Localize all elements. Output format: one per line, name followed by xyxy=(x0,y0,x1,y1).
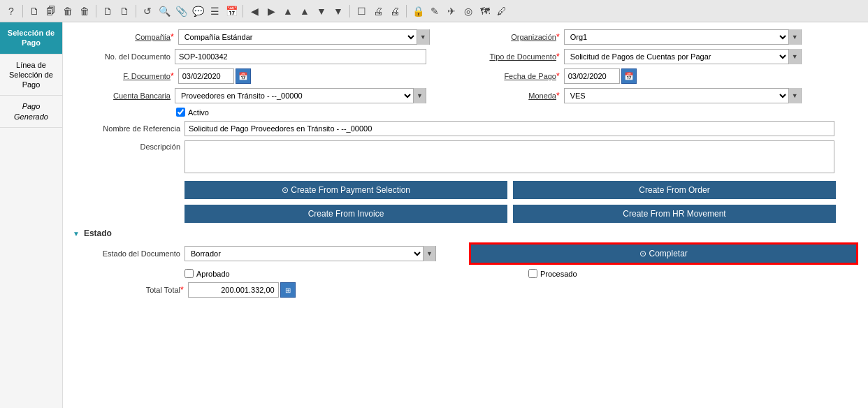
fecha-pago-row: Fecha de Pago * 📅 xyxy=(465,68,858,84)
organizacion-field: Org1 ▼ xyxy=(564,29,858,45)
moneda-row: Moneda * VES ▼ xyxy=(465,88,858,103)
aprobado-checkbox[interactable] xyxy=(185,269,194,278)
descripcion-textarea[interactable] xyxy=(185,140,834,173)
organizacion-row: Organización * Org1 ▼ xyxy=(465,29,858,45)
total-calc-btn[interactable]: ⊞ xyxy=(280,282,296,298)
prev-icon[interactable]: ◀ xyxy=(247,4,261,18)
create-from-hr-movement-button[interactable]: Create From HR Movement xyxy=(513,205,836,223)
f-documento-label: F. Documento xyxy=(73,72,171,80)
calendar-icon[interactable]: 📅 xyxy=(224,4,238,18)
create-from-order-button[interactable]: Create From Order xyxy=(513,181,836,199)
delete2-icon[interactable]: 🗑 xyxy=(78,4,92,18)
completar-button[interactable]: ⊙ Completar xyxy=(469,242,858,265)
compania-field: Compañía Estándar ▼ xyxy=(178,29,465,45)
lock-icon[interactable]: 🔒 xyxy=(411,4,425,18)
estado-documento-arrow[interactable]: ▼ xyxy=(423,246,435,261)
estado-documento-select[interactable]: Borrador xyxy=(185,247,423,261)
no-documento-input[interactable] xyxy=(175,49,426,64)
toolbar-sep-6 xyxy=(406,5,407,17)
sidebar-item-pago-generado[interactable]: Pago Generado xyxy=(0,96,62,128)
fecha-pago-label: Fecha de Pago xyxy=(465,72,556,80)
pen-icon[interactable]: 🖊 xyxy=(495,4,509,18)
toolbar-sep-2 xyxy=(96,5,96,17)
row-activo: Activo xyxy=(73,108,858,121)
activo-checkbox[interactable] xyxy=(176,108,185,117)
fecha-pago-input[interactable] xyxy=(564,68,620,84)
attach-icon[interactable]: 📎 xyxy=(174,4,188,18)
sidebar-item-linea-seleccion[interactable]: Línea de Selección de Pago xyxy=(0,54,62,96)
send-icon[interactable]: ✈ xyxy=(444,4,458,18)
cuenta-bancaria-arrow[interactable]: ▼ xyxy=(413,88,426,103)
compania-required: * xyxy=(171,32,174,42)
list-icon[interactable]: ☰ xyxy=(208,4,222,18)
nombre-referencia-label: Nombre de Referencia xyxy=(73,124,180,133)
delete-icon[interactable]: 🗑 xyxy=(61,4,75,18)
action-buttons-row1: ⊙ Create From Payment Selection Create F… xyxy=(73,181,858,199)
next-icon[interactable]: ▶ xyxy=(264,4,278,18)
f-documento-input[interactable] xyxy=(178,68,234,84)
create-from-payment-selection-button[interactable]: ⊙ Create From Payment Selection xyxy=(185,181,507,199)
organizacion-required: * xyxy=(556,32,560,42)
print1-icon[interactable]: 🖨 xyxy=(371,4,385,18)
down1-icon[interactable]: ▼ xyxy=(314,4,328,18)
f-documento-required: * xyxy=(171,71,174,81)
descripcion-label: Descripción xyxy=(73,140,180,151)
toolbar-sep-5 xyxy=(349,5,350,17)
fecha-pago-field: 📅 xyxy=(564,68,858,84)
procesado-row: Procesado xyxy=(514,269,858,278)
total-required: * xyxy=(180,285,184,295)
estado-documento-label: Estado del Documento xyxy=(73,249,180,258)
tipo-documento-select[interactable]: Solicitud de Pagos de Cuentas por Pagar xyxy=(565,50,788,64)
cuenta-bancaria-field: Proveedores en Tránsito - --_00000 ▼ xyxy=(175,88,465,103)
search-icon[interactable]: 🔍 xyxy=(157,4,171,18)
fecha-pago-required: * xyxy=(556,71,560,81)
create-from-invoice-button[interactable]: Create From Invoice xyxy=(185,205,507,223)
doc1-icon[interactable]: 🗋 xyxy=(101,4,115,18)
fecha-pago-calendar-btn[interactable]: 📅 xyxy=(621,68,637,84)
activo-wrap: Activo xyxy=(176,108,209,117)
up1-icon[interactable]: ▲ xyxy=(281,4,295,18)
descripcion-row: Descripción xyxy=(73,140,858,175)
refresh-icon[interactable]: ↺ xyxy=(140,4,154,18)
main-area: Selección de Pago Línea de Selección de … xyxy=(0,22,868,408)
copy-icon[interactable]: 🗐 xyxy=(44,4,58,18)
organizacion-label: Organización xyxy=(465,33,556,41)
compania-label: Compañía xyxy=(73,33,171,41)
print2-icon[interactable]: 🖨 xyxy=(388,4,402,18)
map-icon[interactable]: 🗺 xyxy=(478,4,492,18)
help-icon[interactable]: ? xyxy=(4,4,18,18)
tipo-documento-label: Tipo de Documento xyxy=(465,52,556,61)
activo-row: Activo xyxy=(73,108,517,117)
f-documento-calendar-btn[interactable]: 📅 xyxy=(236,68,251,84)
down2-icon[interactable]: ▼ xyxy=(331,4,345,18)
row-fechas: F. Documento * 📅 Fecha de Pago * xyxy=(73,68,858,88)
cuenta-bancaria-label: Cuenta Bancaria xyxy=(73,92,171,100)
total-total-input[interactable] xyxy=(188,282,279,298)
row-cuenta-moneda: Cuenta Bancaria Proveedores en Tránsito … xyxy=(73,88,858,108)
doc2-icon[interactable]: 🗋 xyxy=(117,4,131,18)
compania-arrow[interactable]: ▼ xyxy=(417,29,429,45)
completar-row: ⊙ Completar xyxy=(462,242,858,265)
procesado-checkbox[interactable] xyxy=(528,269,537,278)
comment-icon[interactable]: 💬 xyxy=(191,4,205,18)
app-container: ? 🗋 🗐 🗑 🗑 🗋 🗋 ↺ 🔍 📎 💬 ☰ 📅 ◀ ▶ ▲ ▲ ▼ ▼ ☐ … xyxy=(0,0,868,408)
edit-icon[interactable]: ✎ xyxy=(428,4,442,18)
organizacion-select[interactable]: Org1 xyxy=(565,30,788,44)
sidebar-item-seleccion-pago[interactable]: Selección de Pago xyxy=(0,22,62,54)
up2-icon[interactable]: ▲ xyxy=(298,4,312,18)
no-documento-row: No. del Documento xyxy=(73,49,465,64)
cuenta-bancaria-select[interactable]: Proveedores en Tránsito - --_00000 xyxy=(175,89,413,103)
organizacion-arrow[interactable]: ▼ xyxy=(788,29,801,45)
row-documento: No. del Documento Tipo de Documento * So… xyxy=(73,49,858,68)
compania-select[interactable]: Compañía Estándar xyxy=(179,30,417,44)
tipo-documento-arrow[interactable]: ▼ xyxy=(788,49,801,64)
target-icon[interactable]: ◎ xyxy=(461,4,475,18)
new-icon[interactable]: 🗋 xyxy=(27,4,41,18)
compania-row: Compañía * Compañía Estándar ▼ xyxy=(73,29,465,45)
nombre-referencia-input[interactable] xyxy=(185,121,834,136)
moneda-arrow[interactable]: ▼ xyxy=(788,88,801,103)
moneda-select[interactable]: VES xyxy=(565,89,788,103)
checkbox-icon[interactable]: ☐ xyxy=(354,4,368,18)
cuenta-bancaria-row: Cuenta Bancaria Proveedores en Tránsito … xyxy=(73,88,465,103)
no-documento-label: No. del Documento xyxy=(73,52,171,61)
